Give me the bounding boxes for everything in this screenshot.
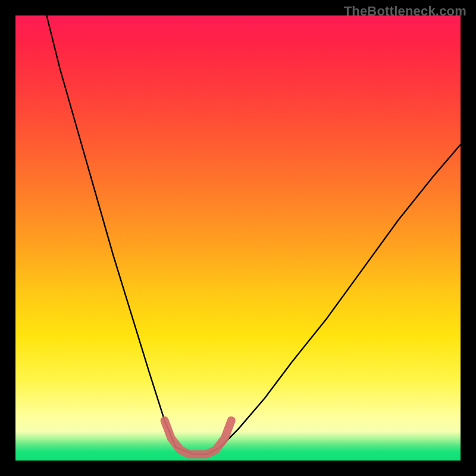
- series-group: [46, 15, 461, 455]
- watermark-text: TheBottleneck.com: [344, 4, 466, 19]
- plot-area: [15, 15, 461, 461]
- series-right-branch: [220, 145, 461, 447]
- series-valley-marker: [165, 421, 231, 455]
- chart-svg: [15, 15, 461, 461]
- chart-frame: TheBottleneck.com: [0, 0, 476, 476]
- series-left-branch: [46, 15, 176, 447]
